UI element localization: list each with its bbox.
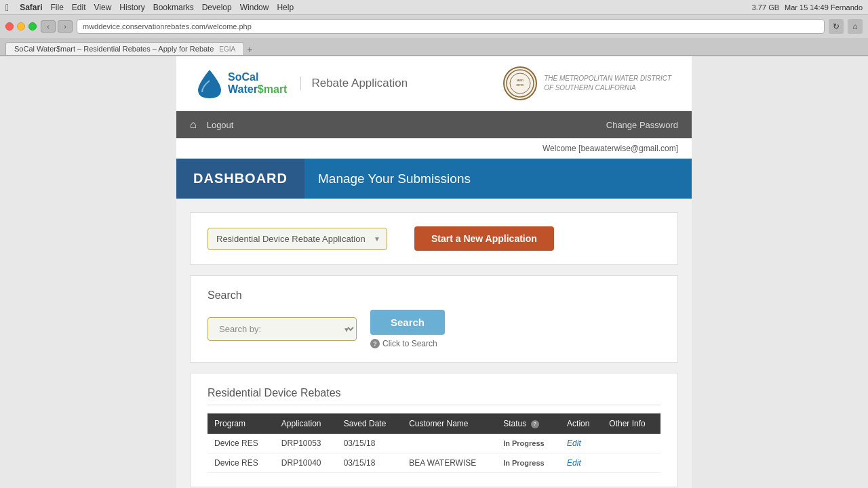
col-saved-date: Saved Date: [337, 413, 403, 434]
row1-status: In Progress: [496, 434, 560, 453]
menu-history[interactable]: History: [119, 3, 144, 12]
row1-application: DRP10053: [275, 434, 337, 453]
traffic-lights: [5, 22, 37, 30]
row2-program: Device RES: [208, 453, 275, 473]
application-section: Residential Device Rebate Application St…: [190, 212, 678, 265]
content-area: Residential Device Rebate Application St…: [176, 199, 692, 488]
svg-point-1: [510, 73, 530, 94]
refresh-icon[interactable]: ↻: [829, 19, 844, 34]
menu-window[interactable]: Window: [240, 3, 269, 12]
search-button[interactable]: Search: [370, 310, 445, 335]
browser-chrome: ‹ › mwddevice.conservationrebates.com/we…: [0, 15, 868, 56]
table-section: Residential Device Rebates Program Appli…: [190, 373, 678, 487]
row1-other-info: [602, 434, 660, 453]
search-by-select[interactable]: Search by:: [208, 317, 357, 341]
table-header-row: Program Application Saved Date Customer …: [208, 413, 660, 434]
menu-bookmarks[interactable]: Bookmarks: [153, 3, 194, 12]
page-wrapper: SoCal Water$mart Rebate Application MWD …: [176, 56, 692, 488]
row1-edit-link[interactable]: Edit: [567, 439, 581, 448]
address-text: mwddevice.conservationrebates.com/welcom…: [83, 22, 252, 30]
new-tab-button[interactable]: +: [247, 44, 252, 55]
row2-saved-date: 03/15/18: [337, 453, 403, 473]
row2-other-info: [602, 453, 660, 473]
tab-bar: SoCal Water$mart – Residential Rebates –…: [0, 38, 868, 56]
dashboard-label: DASHBOARD: [176, 159, 304, 199]
table-row: Device RES DRP10040 03/15/18 BEA WATERWI…: [208, 453, 660, 473]
svg-text:METRO: METRO: [517, 84, 524, 87]
nav-bar: ⌂ Logout Change Password: [176, 111, 692, 138]
browser-tab-active[interactable]: SoCal Water$mart – Residential Rebates –…: [5, 42, 244, 55]
rebate-app-label: Rebate Application: [300, 77, 408, 90]
dashboard-subtitle: Manage Your Submissions: [304, 159, 484, 199]
logo-smart-text: $mart: [258, 83, 288, 95]
app-type-select[interactable]: Residential Device Rebate Application: [208, 228, 387, 250]
metro-district-text: THE METROPOLITAN WATER DISTRICT OF SOUTH…: [544, 74, 671, 93]
col-action: Action: [560, 413, 602, 434]
row1-action[interactable]: Edit: [560, 434, 602, 453]
home-icon[interactable]: ⌂: [848, 19, 863, 34]
mac-storage: 3.77 GB: [752, 3, 779, 12]
tab-right-label: EGIA: [219, 45, 235, 53]
apple-logo-icon[interactable]: : [5, 2, 9, 13]
mac-menubar:  Safari File Edit View History Bookmark…: [0, 0, 868, 15]
logout-link[interactable]: Logout: [207, 120, 234, 130]
row1-customer-name: [402, 434, 496, 453]
row2-customer-name: BEA WATERWISE: [402, 453, 496, 473]
home-nav-icon[interactable]: ⌂: [190, 119, 197, 131]
hint-icon: ?: [370, 339, 380, 348]
water-drop-icon: [197, 68, 222, 99]
search-title: Search: [208, 289, 660, 302]
welcome-bar: Welcome [beawaterwise@gmail.com]: [176, 138, 692, 159]
maximize-window-button[interactable]: [28, 22, 37, 30]
table-title: Residential Device Rebates: [208, 387, 660, 405]
close-window-button[interactable]: [5, 22, 14, 30]
search-section: Search Search by: Search ? Click to Sear…: [190, 275, 678, 363]
app-type-select-wrapper: Residential Device Rebate Application: [208, 228, 387, 250]
welcome-text: Welcome [beawaterwise@gmail.com]: [542, 144, 678, 153]
site-header: SoCal Water$mart Rebate Application MWD …: [176, 56, 692, 111]
minimize-window-button[interactable]: [17, 22, 25, 30]
row2-edit-link[interactable]: Edit: [567, 458, 581, 468]
logo-socal-text: SoCal: [228, 71, 258, 83]
rebates-table: Program Application Saved Date Customer …: [208, 413, 660, 473]
search-row: Search by: Search ? Click to Search: [208, 310, 660, 348]
col-status: Status ?: [496, 413, 560, 434]
forward-button[interactable]: ›: [58, 20, 73, 33]
row2-application: DRP10040: [275, 453, 337, 473]
col-customer-name: Customer Name: [402, 413, 496, 434]
address-bar[interactable]: mwddevice.conservationrebates.com/welcom…: [77, 19, 825, 34]
change-password-button[interactable]: Change Password: [606, 120, 678, 130]
socal-logo: SoCal Water$mart: [197, 68, 287, 99]
logo-water-text: Water: [228, 83, 258, 95]
menu-develop[interactable]: Develop: [202, 3, 232, 12]
col-program: Program: [208, 413, 275, 434]
table-row: Device RES DRP10053 03/15/18 In Progress…: [208, 434, 660, 453]
tab-title: SoCal Water$mart – Residential Rebates –…: [14, 45, 214, 53]
status-help-icon[interactable]: ?: [531, 420, 539, 428]
menu-view[interactable]: View: [94, 3, 112, 12]
search-hint: ? Click to Search: [370, 339, 445, 348]
menu-safari[interactable]: Safari: [20, 3, 42, 12]
col-application: Application: [275, 413, 337, 434]
back-button[interactable]: ‹: [41, 20, 56, 33]
dashboard-header: DASHBOARD Manage Your Submissions: [176, 159, 692, 199]
start-new-application-button[interactable]: Start a New Application: [414, 226, 554, 251]
hint-text: Click to Search: [382, 339, 437, 348]
menu-edit[interactable]: Edit: [72, 3, 86, 12]
svg-point-0: [507, 70, 534, 97]
logo-section: SoCal Water$mart Rebate Application: [197, 68, 408, 99]
col-other-info: Other Info: [602, 413, 660, 434]
row2-action[interactable]: Edit: [560, 453, 602, 473]
metro-logo-section: MWD METRO THE METROPOLITAN WATER DISTRIC…: [503, 66, 671, 100]
row1-program: Device RES: [208, 434, 275, 453]
menu-file[interactable]: File: [50, 3, 63, 12]
mac-datetime-user: Mar 15 14:49 Fernando: [785, 3, 863, 12]
search-by-select-wrapper: Search by:: [208, 317, 357, 341]
svg-text:MWD: MWD: [517, 79, 524, 82]
row1-saved-date: 03/15/18: [337, 434, 403, 453]
row2-status: In Progress: [496, 453, 560, 473]
metro-emblem-icon: MWD METRO: [503, 66, 537, 100]
menu-help[interactable]: Help: [277, 3, 294, 12]
